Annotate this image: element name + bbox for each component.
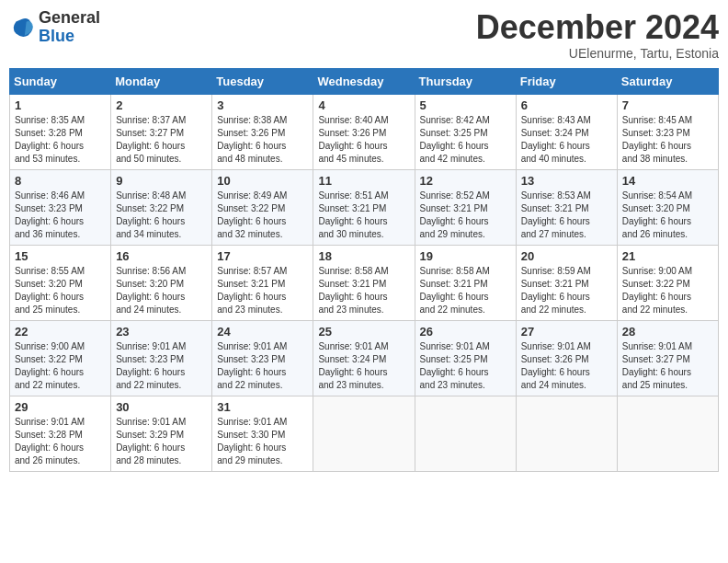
day-info: Sunrise: 8:48 AM Sunset: 3:22 PM Dayligh… xyxy=(116,190,207,241)
calendar-day-cell xyxy=(313,396,415,471)
day-info: Sunrise: 8:59 AM Sunset: 3:21 PM Dayligh… xyxy=(521,265,612,316)
day-info: Sunrise: 8:35 AM Sunset: 3:28 PM Dayligh… xyxy=(15,114,106,166)
day-number: 28 xyxy=(622,325,713,339)
calendar-day-cell: 6Sunrise: 8:43 AM Sunset: 3:24 PM Daylig… xyxy=(516,94,617,169)
calendar-day-cell: 1Sunrise: 8:35 AM Sunset: 3:28 PM Daylig… xyxy=(10,94,111,169)
day-info: Sunrise: 9:01 AM Sunset: 3:30 PM Dayligh… xyxy=(217,416,308,467)
calendar-week-row: 8Sunrise: 8:46 AM Sunset: 3:23 PM Daylig… xyxy=(10,169,719,245)
calendar-day-cell: 30Sunrise: 9:01 AM Sunset: 3:29 PM Dayli… xyxy=(111,396,212,471)
day-info: Sunrise: 8:46 AM Sunset: 3:23 PM Dayligh… xyxy=(15,190,106,241)
calendar-day-cell: 19Sunrise: 8:58 AM Sunset: 3:21 PM Dayli… xyxy=(415,245,516,320)
day-info: Sunrise: 8:58 AM Sunset: 3:21 PM Dayligh… xyxy=(420,265,511,316)
day-info: Sunrise: 8:37 AM Sunset: 3:27 PM Dayligh… xyxy=(116,114,207,166)
day-info: Sunrise: 9:01 AM Sunset: 3:26 PM Dayligh… xyxy=(521,340,612,392)
calendar-day-cell: 31Sunrise: 9:01 AM Sunset: 3:30 PM Dayli… xyxy=(212,396,313,471)
calendar-day-cell: 7Sunrise: 8:45 AM Sunset: 3:23 PM Daylig… xyxy=(617,94,718,169)
calendar-day-cell: 27Sunrise: 9:01 AM Sunset: 3:26 PM Dayli… xyxy=(516,320,617,396)
weekday-header: Thursday xyxy=(415,68,516,94)
day-info: Sunrise: 9:00 AM Sunset: 3:22 PM Dayligh… xyxy=(622,265,713,316)
day-number: 18 xyxy=(318,249,409,263)
calendar-day-cell xyxy=(415,396,516,471)
logo: General Blue xyxy=(9,9,100,46)
calendar-week-row: 29Sunrise: 9:01 AM Sunset: 3:28 PM Dayli… xyxy=(10,396,719,471)
calendar-day-cell: 10Sunrise: 8:49 AM Sunset: 3:22 PM Dayli… xyxy=(212,169,313,245)
day-info: Sunrise: 9:01 AM Sunset: 3:24 PM Dayligh… xyxy=(318,340,409,392)
day-number: 20 xyxy=(521,249,612,263)
calendar-day-cell: 11Sunrise: 8:51 AM Sunset: 3:21 PM Dayli… xyxy=(313,169,415,245)
weekday-header: Wednesday xyxy=(313,68,415,94)
day-info: Sunrise: 9:01 AM Sunset: 3:25 PM Dayligh… xyxy=(420,340,511,392)
weekday-header: Tuesday xyxy=(212,68,313,94)
day-number: 25 xyxy=(318,325,409,339)
calendar-table: SundayMondayTuesdayWednesdayThursdayFrid… xyxy=(9,68,719,472)
calendar-day-cell: 9Sunrise: 8:48 AM Sunset: 3:22 PM Daylig… xyxy=(111,169,212,245)
day-number: 5 xyxy=(420,98,511,112)
calendar-day-cell: 5Sunrise: 8:42 AM Sunset: 3:25 PM Daylig… xyxy=(415,94,516,169)
calendar-day-cell: 24Sunrise: 9:01 AM Sunset: 3:23 PM Dayli… xyxy=(212,320,313,396)
day-number: 14 xyxy=(622,174,713,188)
day-number: 3 xyxy=(217,98,308,112)
location-subtitle: UElenurme, Tartu, Estonia xyxy=(476,46,719,61)
weekday-header: Sunday xyxy=(10,68,111,94)
day-info: Sunrise: 8:45 AM Sunset: 3:23 PM Dayligh… xyxy=(622,114,713,166)
calendar-day-cell: 18Sunrise: 8:58 AM Sunset: 3:21 PM Dayli… xyxy=(313,245,415,320)
calendar-day-cell: 17Sunrise: 8:57 AM Sunset: 3:21 PM Dayli… xyxy=(212,245,313,320)
day-info: Sunrise: 9:00 AM Sunset: 3:22 PM Dayligh… xyxy=(15,340,106,392)
calendar-day-cell xyxy=(516,396,617,471)
calendar-week-row: 15Sunrise: 8:55 AM Sunset: 3:20 PM Dayli… xyxy=(10,245,719,320)
weekday-header-row: SundayMondayTuesdayWednesdayThursdayFrid… xyxy=(10,68,719,94)
day-number: 6 xyxy=(521,98,612,112)
calendar-day-cell xyxy=(617,396,718,471)
day-number: 27 xyxy=(521,325,612,339)
day-info: Sunrise: 8:51 AM Sunset: 3:21 PM Dayligh… xyxy=(318,190,409,241)
day-number: 10 xyxy=(217,174,308,188)
day-number: 23 xyxy=(116,325,207,339)
calendar-day-cell: 29Sunrise: 9:01 AM Sunset: 3:28 PM Dayli… xyxy=(10,396,111,471)
weekday-header: Monday xyxy=(111,68,212,94)
day-number: 22 xyxy=(15,325,106,339)
day-number: 9 xyxy=(116,174,207,188)
day-info: Sunrise: 9:01 AM Sunset: 3:28 PM Dayligh… xyxy=(15,416,106,467)
day-number: 29 xyxy=(15,400,106,414)
logo-icon xyxy=(9,15,35,40)
calendar-day-cell: 3Sunrise: 8:38 AM Sunset: 3:26 PM Daylig… xyxy=(212,94,313,169)
day-info: Sunrise: 8:38 AM Sunset: 3:26 PM Dayligh… xyxy=(217,114,308,166)
calendar-day-cell: 28Sunrise: 9:01 AM Sunset: 3:27 PM Dayli… xyxy=(617,320,718,396)
day-info: Sunrise: 8:43 AM Sunset: 3:24 PM Dayligh… xyxy=(521,114,612,166)
day-number: 4 xyxy=(318,98,409,112)
day-info: Sunrise: 8:42 AM Sunset: 3:25 PM Dayligh… xyxy=(420,114,511,166)
calendar-day-cell: 8Sunrise: 8:46 AM Sunset: 3:23 PM Daylig… xyxy=(10,169,111,245)
weekday-header: Friday xyxy=(516,68,617,94)
day-info: Sunrise: 8:55 AM Sunset: 3:20 PM Dayligh… xyxy=(15,265,106,316)
calendar-day-cell: 26Sunrise: 9:01 AM Sunset: 3:25 PM Dayli… xyxy=(415,320,516,396)
calendar-day-cell: 13Sunrise: 8:53 AM Sunset: 3:21 PM Dayli… xyxy=(516,169,617,245)
day-info: Sunrise: 9:01 AM Sunset: 3:23 PM Dayligh… xyxy=(116,340,207,392)
day-info: Sunrise: 8:58 AM Sunset: 3:21 PM Dayligh… xyxy=(318,265,409,316)
calendar-week-row: 22Sunrise: 9:00 AM Sunset: 3:22 PM Dayli… xyxy=(10,320,719,396)
day-info: Sunrise: 8:40 AM Sunset: 3:26 PM Dayligh… xyxy=(318,114,409,166)
day-number: 8 xyxy=(15,174,106,188)
day-number: 15 xyxy=(15,249,106,263)
day-info: Sunrise: 9:01 AM Sunset: 3:29 PM Dayligh… xyxy=(116,416,207,467)
day-info: Sunrise: 9:01 AM Sunset: 3:23 PM Dayligh… xyxy=(217,340,308,392)
day-number: 17 xyxy=(217,249,308,263)
logo-text: General Blue xyxy=(39,9,100,46)
calendar-week-row: 1Sunrise: 8:35 AM Sunset: 3:28 PM Daylig… xyxy=(10,94,719,169)
month-title: December 2024 xyxy=(476,9,719,46)
day-number: 7 xyxy=(622,98,713,112)
day-number: 12 xyxy=(420,174,511,188)
day-info: Sunrise: 8:56 AM Sunset: 3:20 PM Dayligh… xyxy=(116,265,207,316)
calendar-day-cell: 16Sunrise: 8:56 AM Sunset: 3:20 PM Dayli… xyxy=(111,245,212,320)
weekday-header: Saturday xyxy=(617,68,718,94)
calendar-day-cell: 4Sunrise: 8:40 AM Sunset: 3:26 PM Daylig… xyxy=(313,94,415,169)
calendar-day-cell: 22Sunrise: 9:00 AM Sunset: 3:22 PM Dayli… xyxy=(10,320,111,396)
day-number: 19 xyxy=(420,249,511,263)
day-number: 11 xyxy=(318,174,409,188)
calendar-day-cell: 21Sunrise: 9:00 AM Sunset: 3:22 PM Dayli… xyxy=(617,245,718,320)
calendar-day-cell: 15Sunrise: 8:55 AM Sunset: 3:20 PM Dayli… xyxy=(10,245,111,320)
calendar-day-cell: 14Sunrise: 8:54 AM Sunset: 3:20 PM Dayli… xyxy=(617,169,718,245)
day-info: Sunrise: 8:53 AM Sunset: 3:21 PM Dayligh… xyxy=(521,190,612,241)
day-number: 16 xyxy=(116,249,207,263)
title-block: December 2024 UElenurme, Tartu, Estonia xyxy=(476,9,719,61)
day-number: 2 xyxy=(116,98,207,112)
